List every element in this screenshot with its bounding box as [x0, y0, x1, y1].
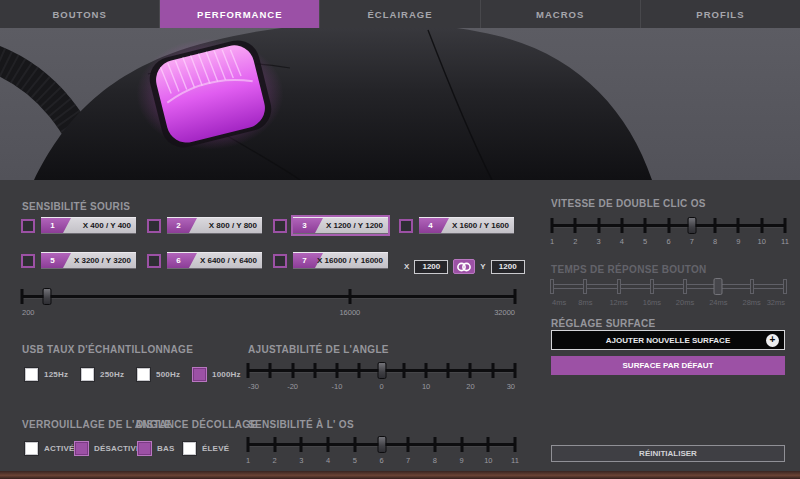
- double_click-tick-label: 11: [781, 237, 789, 246]
- angle-adjust-title: AJUSTABILITÉ DE L'ANGLE: [248, 344, 389, 355]
- performance-page: BOUTONSPERFORMANCEÉCLAIRAGEMACROSPROFILS: [0, 0, 800, 479]
- double_click-slider-handle[interactable]: [687, 217, 696, 234]
- double_click-tick: [760, 218, 763, 233]
- double_click-tick: [551, 218, 554, 233]
- os_sens-tick-label: 8: [433, 456, 437, 465]
- angle-slider-handle[interactable]: [377, 362, 386, 379]
- active-checkbox[interactable]: [24, 441, 39, 456]
- dpi-x-input[interactable]: 1200: [414, 260, 448, 274]
- response-tick-label: 4ms: [552, 298, 566, 307]
- mouse-image: [0, 28, 800, 180]
- tab-macros[interactable]: MACROS: [481, 0, 641, 28]
- double_click-tick-label: 6: [666, 237, 670, 246]
- dpi-preset-3-cell: 3X 1200 / Y 1200: [273, 217, 391, 234]
- dpi-preset-1[interactable]: 1X 400 / Y 400: [41, 217, 136, 234]
- 500hz-checkbox[interactable]: [136, 367, 151, 382]
- os_sens-tick-label: 4: [326, 456, 330, 465]
- response-tick-label: 24ms: [709, 298, 727, 307]
- dpi-tick: [348, 289, 351, 304]
- eleve-option: ÉLEVÉ: [182, 441, 227, 456]
- double_click-tick: [597, 218, 600, 233]
- xy-link-button[interactable]: [453, 259, 475, 274]
- 1000hz-checkbox[interactable]: [192, 367, 207, 382]
- angle-tick-label: -10: [331, 382, 342, 391]
- tab-boutons[interactable]: BOUTONS: [0, 0, 160, 28]
- dpi-preset-4[interactable]: 4X 1600 / Y 1600: [419, 217, 514, 234]
- dpi-preset-7-checkbox[interactable]: [273, 254, 287, 268]
- dpi-preset-5-checkbox[interactable]: [21, 254, 35, 268]
- os_sens-tick-label: 5: [353, 456, 357, 465]
- dpi-preset-6-checkbox[interactable]: [147, 254, 161, 268]
- os_sens-tick-label: 3: [299, 456, 303, 465]
- 250hz-checkbox[interactable]: [80, 367, 95, 382]
- dpi-preset-1-checkbox[interactable]: [21, 219, 35, 233]
- 500hz-option: 500Hz: [136, 367, 192, 382]
- dpi-preset-1-cell: 1X 400 / Y 400: [21, 217, 139, 234]
- add-surface-label: AJOUTER NOUVELLE SURFACE: [606, 336, 730, 345]
- bottom-edge-strip: [0, 471, 800, 479]
- os_sens-tick: [327, 437, 330, 452]
- double_click-tick: [667, 218, 670, 233]
- response-time-title: TEMPS DE RÉPONSE BOUTON: [551, 264, 707, 275]
- bas-option: BAS: [137, 441, 182, 456]
- 125hz-checkbox[interactable]: [24, 367, 39, 382]
- tab-eclairage[interactable]: ÉCLAIRAGE: [320, 0, 480, 28]
- os_sens-tick-label: 2: [273, 456, 277, 465]
- dpi-preset-7[interactable]: 7X 16000 / Y 16000: [293, 252, 388, 269]
- double_click-tick: [644, 218, 647, 233]
- os_sens-tick: [300, 437, 303, 452]
- dpi-preset-5[interactable]: 5X 3200 / Y 3200: [41, 252, 136, 269]
- reset-button[interactable]: RÉINITIALISER: [551, 445, 785, 462]
- usb-rate-group: 125Hz250Hz500Hz1000Hz: [24, 367, 248, 382]
- dpi-preset-2-checkbox[interactable]: [147, 219, 161, 233]
- plus-circle-icon[interactable]: +: [766, 334, 779, 347]
- os_sens-tick-label: 1: [246, 456, 250, 465]
- active-option: ACTIVÉ: [24, 441, 74, 456]
- response-tick-label: 32ms: [767, 298, 785, 307]
- bas-checkbox[interactable]: [137, 441, 152, 456]
- double_click-tick: [574, 218, 577, 233]
- tab-performance[interactable]: PERFORMANCE: [160, 0, 320, 28]
- double-click-slider: 1234567891011: [552, 218, 785, 248]
- dpi-y-input[interactable]: 1200: [491, 260, 525, 274]
- 125hz-option: 125Hz: [24, 367, 80, 382]
- angle-tick: [247, 363, 250, 378]
- dpi-preset-7-value: X 16000 / Y 16000: [317, 253, 383, 268]
- dpi-preset-2-value: X 800 / Y 800: [209, 218, 257, 233]
- dpi-slider-track[interactable]: [22, 295, 515, 298]
- angle-tick: [269, 363, 272, 378]
- dpi-preset-4-checkbox[interactable]: [399, 219, 413, 233]
- dpi-preset-6[interactable]: 6X 6400 / Y 6400: [167, 252, 262, 269]
- angle-tick: [291, 363, 294, 378]
- angle-tick-label: 20: [466, 382, 474, 391]
- angle-tick-label: 0: [379, 382, 383, 391]
- eleve-checkbox[interactable]: [182, 441, 197, 456]
- dpi-preset-7-cell: 7X 16000 / Y 16000: [273, 252, 391, 269]
- dpi-preset-3-checkbox[interactable]: [273, 219, 287, 233]
- eleve-label: ÉLEVÉ: [202, 444, 229, 453]
- add-surface-dropdown[interactable]: AJOUTER NOUVELLE SURFACE +: [551, 330, 785, 350]
- angle-tick: [358, 363, 361, 378]
- dpi-preset-6-value: X 6400 / Y 6400: [200, 253, 257, 268]
- dpi-preset-3[interactable]: 3X 1200 / Y 1200: [293, 217, 388, 234]
- os_sens-tick-label: 6: [379, 456, 383, 465]
- response-slider-handle[interactable]: [714, 278, 723, 295]
- dpi-tick-label: 200: [22, 308, 35, 317]
- dpi-preset-3-value: X 1200 / Y 1200: [326, 218, 383, 233]
- dpi-preset-2[interactable]: 2X 800 / Y 800: [167, 217, 262, 234]
- tab-profils[interactable]: PROFILS: [641, 0, 800, 28]
- os_sens-tick: [514, 437, 517, 452]
- dpi-slider: 2001600032000: [22, 289, 515, 319]
- 125hz-label: 125Hz: [44, 370, 68, 379]
- desactive-checkbox[interactable]: [74, 441, 89, 456]
- dpi-preset-4-cell: 4X 1600 / Y 1600: [399, 217, 517, 234]
- tab-bar: BOUTONSPERFORMANCEÉCLAIRAGEMACROSPROFILS: [0, 0, 800, 28]
- dpi-preset-6-cell: 6X 6400 / Y 6400: [147, 252, 265, 269]
- default-surface-button[interactable]: SURFACE PAR DÉFAUT: [551, 356, 785, 375]
- angle-slider: -30-20-100102030: [248, 363, 515, 393]
- usb-title: USB TAUX D'ÉCHANTILLONNAGE: [22, 344, 193, 355]
- dpi-slider-handle[interactable]: [42, 288, 51, 305]
- liftoff-group: BASÉLEVÉ: [137, 441, 227, 456]
- response-tick-label: 20ms: [676, 298, 694, 307]
- os_sens-slider-handle[interactable]: [377, 436, 386, 453]
